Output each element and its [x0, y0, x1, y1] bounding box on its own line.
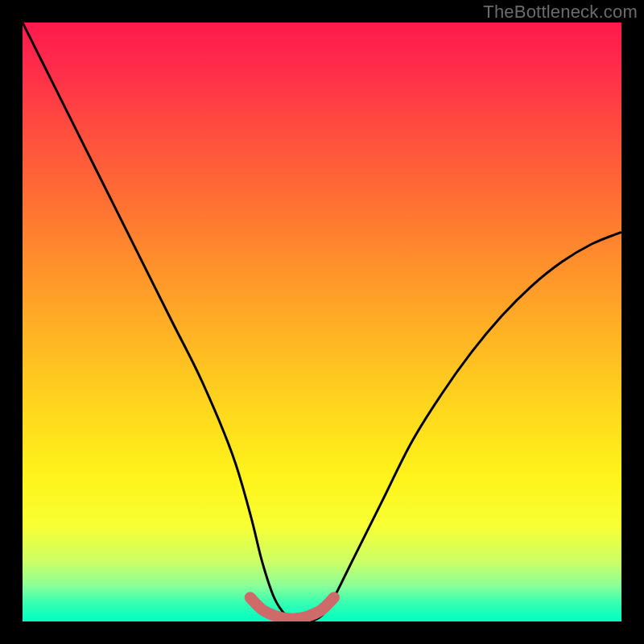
bottleneck-curve — [23, 23, 621, 621]
plot-area — [23, 23, 621, 621]
optimal-band — [250, 597, 334, 619]
chart-frame: TheBottleneck.com — [0, 0, 644, 644]
curve-layer — [23, 23, 621, 621]
watermark-text: TheBottleneck.com — [483, 2, 638, 23]
